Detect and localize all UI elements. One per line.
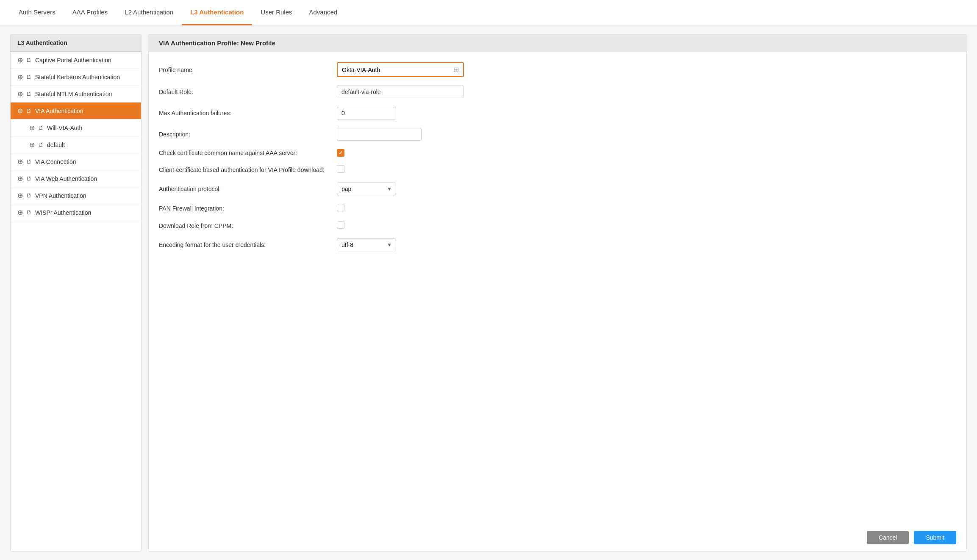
sidebar: L3 Authentication ⊕ 🗋 Captive Portal Aut… xyxy=(10,34,142,552)
sidebar-item-kerberos[interactable]: ⊕ 🗋 Stateful Kerberos Authentication xyxy=(11,69,141,86)
default-role-label: Default Role: xyxy=(159,89,337,95)
sidebar-item-will-via-auth[interactable]: ⊕ 🗋 Will-VIA-Auth xyxy=(11,119,141,136)
profile-name-input-wrapper[interactable]: ⊞ xyxy=(337,62,464,77)
auth-protocol-control: pap chap mschapv2 ▼ xyxy=(337,183,464,195)
expand-icon: ⊕ xyxy=(17,90,23,98)
sidebar-item-label: Captive Portal Authentication xyxy=(35,57,111,64)
auth-protocol-select-wrapper: pap chap mschapv2 ▼ xyxy=(337,183,396,195)
doc-icon: 🗋 xyxy=(26,74,32,80)
sidebar-item-label: VIA Authentication xyxy=(35,108,83,114)
sidebar-item-via-web-auth[interactable]: ⊕ 🗋 VIA Web Authentication xyxy=(11,170,141,187)
nav-l2-auth[interactable]: L2 Authentication xyxy=(116,0,182,25)
panel-body: Profile name: ⊞ Default Role: default-vi… xyxy=(149,52,966,524)
encoding-format-select[interactable]: utf-8 ascii unicode xyxy=(337,238,396,251)
profile-name-input[interactable] xyxy=(342,67,451,73)
expand-icon: ⊕ xyxy=(17,56,23,64)
description-label: Description: xyxy=(159,131,337,138)
expand-icon: ⊕ xyxy=(17,158,23,166)
default-role-row: Default Role: default-via-role xyxy=(159,86,956,98)
pan-firewall-checkbox[interactable] xyxy=(337,204,344,211)
profile-name-label: Profile name: xyxy=(159,67,337,73)
download-role-label: Download Role from CPPM: xyxy=(159,222,337,229)
encoding-format-select-wrapper: utf-8 ascii unicode ▼ xyxy=(337,238,396,251)
sidebar-item-label: Stateful Kerberos Authentication xyxy=(35,74,120,80)
book-icon: ⊞ xyxy=(453,66,459,74)
encoding-format-row: Encoding format for the user credentials… xyxy=(159,238,956,251)
check-cert-row: Check certificate common name against AA… xyxy=(159,149,956,157)
sidebar-item-default[interactable]: ⊕ 🗋 default xyxy=(11,136,141,153)
sidebar-item-ntlm[interactable]: ⊕ 🗋 Stateful NTLM Authentication xyxy=(11,86,141,103)
doc-icon: 🗋 xyxy=(26,158,32,165)
sidebar-item-label: VIA Web Authentication xyxy=(35,175,97,182)
client-cert-checkbox[interactable] xyxy=(337,165,344,173)
check-cert-checkbox[interactable] xyxy=(337,149,344,157)
nav-aaa-profiles[interactable]: AAA Profiles xyxy=(64,0,116,25)
pan-firewall-control xyxy=(337,204,464,213)
pan-firewall-label: PAN Firewall Integration: xyxy=(159,205,337,212)
pan-firewall-row: PAN Firewall Integration: xyxy=(159,204,956,213)
expand-icon: ⊕ xyxy=(29,141,35,149)
doc-icon: 🗋 xyxy=(26,57,32,63)
description-input[interactable] xyxy=(337,128,422,141)
check-cert-label: Check certificate common name against AA… xyxy=(159,150,337,156)
sidebar-item-via-auth[interactable]: ⊖ 🗋 VIA Authentication xyxy=(11,103,141,119)
sidebar-item-label: Stateful NTLM Authentication xyxy=(35,91,112,97)
sidebar-item-label: default xyxy=(47,141,65,148)
client-cert-row: Client-certificate based authentication … xyxy=(159,165,956,174)
client-cert-label: Client-certificate based authentication … xyxy=(159,166,337,173)
nav-auth-servers[interactable]: Auth Servers xyxy=(10,0,64,25)
sidebar-item-wispr-auth[interactable]: ⊕ 🗋 WISPr Authentication xyxy=(11,204,141,221)
expand-icon: ⊕ xyxy=(17,175,23,183)
encoding-format-label: Encoding format for the user credentials… xyxy=(159,241,337,248)
expand-icon: ⊕ xyxy=(17,191,23,200)
auth-protocol-row: Authentication protocol: pap chap mschap… xyxy=(159,183,956,195)
client-cert-control xyxy=(337,165,464,174)
download-role-checkbox[interactable] xyxy=(337,221,344,229)
bottom-buttons: Cancel Submit xyxy=(149,524,966,551)
download-role-control xyxy=(337,221,464,230)
sidebar-item-captive-portal[interactable]: ⊕ 🗋 Captive Portal Authentication xyxy=(11,52,141,69)
doc-icon: 🗋 xyxy=(26,108,32,114)
right-panel: VIA Authentication Profile: New Profile … xyxy=(148,34,967,552)
cancel-button[interactable]: Cancel xyxy=(867,531,909,544)
main-content: L3 Authentication ⊕ 🗋 Captive Portal Aut… xyxy=(0,25,977,560)
doc-icon: 🗋 xyxy=(26,175,32,182)
doc-icon: 🗋 xyxy=(38,125,44,131)
max-auth-failures-row: Max Authentication failures: xyxy=(159,107,956,119)
sidebar-item-vpn-auth[interactable]: ⊕ 🗋 VPN Authentication xyxy=(11,187,141,204)
nav-user-rules[interactable]: User Rules xyxy=(252,0,300,25)
expand-icon: ⊕ xyxy=(29,124,35,132)
panel-header: VIA Authentication Profile: New Profile xyxy=(149,34,966,52)
sidebar-item-label: Will-VIA-Auth xyxy=(47,125,82,131)
sidebar-item-label: VIA Connection xyxy=(35,158,76,165)
top-navigation: Auth Servers AAA Profiles L2 Authenticat… xyxy=(0,0,977,25)
submit-button[interactable]: Submit xyxy=(914,531,956,544)
description-row: Description: xyxy=(159,128,956,141)
max-auth-failures-input[interactable] xyxy=(337,107,396,119)
profile-name-control: ⊞ xyxy=(337,62,464,77)
auth-protocol-select[interactable]: pap chap mschapv2 xyxy=(337,183,396,195)
doc-icon: 🗋 xyxy=(38,141,44,148)
encoding-format-control: utf-8 ascii unicode ▼ xyxy=(337,238,464,251)
sidebar-item-via-connection[interactable]: ⊕ 🗋 VIA Connection xyxy=(11,153,141,170)
sidebar-header: L3 Authentication xyxy=(11,34,141,52)
description-control xyxy=(337,128,464,141)
doc-icon: 🗋 xyxy=(26,192,32,199)
auth-protocol-label: Authentication protocol: xyxy=(159,186,337,192)
nav-l3-auth[interactable]: L3 Authentication xyxy=(182,0,252,25)
default-role-value: default-via-role xyxy=(337,86,464,98)
doc-icon: 🗋 xyxy=(26,91,32,97)
download-role-row: Download Role from CPPM: xyxy=(159,221,956,230)
max-auth-failures-control xyxy=(337,107,464,119)
expand-icon: ⊕ xyxy=(17,73,23,81)
check-cert-control xyxy=(337,149,464,157)
max-auth-failures-label: Max Authentication failures: xyxy=(159,110,337,116)
expand-icon: ⊕ xyxy=(17,208,23,216)
profile-name-row: Profile name: ⊞ xyxy=(159,62,956,77)
sidebar-item-label: VPN Authentication xyxy=(35,192,86,199)
nav-advanced[interactable]: Advanced xyxy=(300,0,346,25)
doc-icon: 🗋 xyxy=(26,209,32,216)
sidebar-item-label: WISPr Authentication xyxy=(35,209,91,216)
default-role-control: default-via-role xyxy=(337,86,464,98)
collapse-icon: ⊖ xyxy=(17,107,23,115)
